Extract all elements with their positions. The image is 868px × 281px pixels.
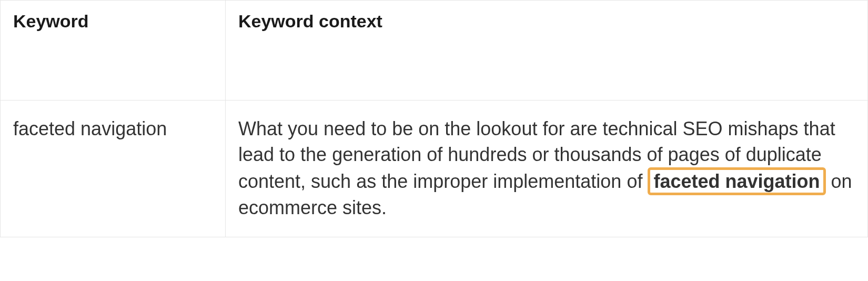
- context-highlight: faceted navigation: [648, 167, 825, 195]
- table-row: faceted navigation What you need to be o…: [1, 101, 868, 237]
- keyword-table: Keyword Keyword context faceted navigati…: [0, 0, 868, 237]
- table-header-row: Keyword Keyword context: [1, 1, 868, 101]
- header-context: Keyword context: [226, 1, 868, 101]
- header-keyword: Keyword: [1, 1, 226, 101]
- cell-keyword: faceted navigation: [1, 101, 226, 237]
- cell-context: What you need to be on the lookout for a…: [226, 101, 868, 237]
